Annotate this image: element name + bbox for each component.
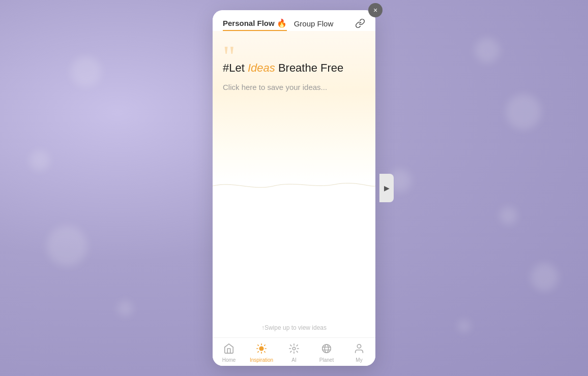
fire-emoji: 🔥 bbox=[277, 18, 287, 28]
svg-line-7 bbox=[258, 352, 258, 352]
tab-personal-flow[interactable]: Personal Flow 🔥 bbox=[223, 18, 287, 31]
svg-point-0 bbox=[259, 346, 263, 351]
white-section: ↑Swipe up to view ideas bbox=[213, 194, 375, 337]
nav-label-my: My bbox=[356, 357, 362, 363]
header: Personal Flow 🔥 Group Flow bbox=[213, 10, 375, 31]
nav-label-ai: AI bbox=[291, 357, 296, 363]
headline-prefix: #Let bbox=[223, 61, 248, 74]
close-button[interactable]: × bbox=[368, 3, 383, 17]
bokeh-1 bbox=[71, 56, 101, 87]
close-icon: × bbox=[373, 6, 377, 14]
svg-line-6 bbox=[264, 352, 265, 352]
tab-group-label: Group Flow bbox=[294, 19, 334, 28]
my-icon bbox=[354, 343, 365, 356]
swipe-hint: ↑Swipe up to view ideas bbox=[261, 324, 327, 331]
svg-point-14 bbox=[357, 344, 361, 348]
nav-label-home: Home bbox=[222, 357, 236, 363]
modal-wrapper: × ▶ Personal Flow 🔥 Group Flow bbox=[213, 10, 375, 366]
nav-label-planet: Planet bbox=[319, 357, 334, 363]
svg-line-8 bbox=[264, 345, 265, 346]
bokeh-6 bbox=[506, 94, 541, 130]
bokeh-7 bbox=[499, 207, 517, 225]
nav-item-home[interactable]: Home bbox=[213, 342, 245, 364]
home-icon bbox=[223, 343, 234, 356]
svg-point-9 bbox=[292, 347, 296, 350]
bokeh-2 bbox=[30, 150, 50, 171]
svg-point-10 bbox=[322, 344, 331, 353]
headline-suffix: Breathe Free bbox=[275, 61, 344, 74]
headline: #Let Ideas Breathe Free bbox=[223, 61, 365, 75]
bokeh-9 bbox=[458, 320, 471, 332]
bokeh-8 bbox=[531, 263, 558, 291]
bokeh-3 bbox=[47, 226, 87, 266]
tab-personal-label: Personal Flow bbox=[223, 19, 275, 27]
modal: Personal Flow 🔥 Group Flow " #Let bbox=[213, 10, 375, 366]
link-icon[interactable] bbox=[355, 18, 365, 31]
nav-item-ai[interactable]: AI bbox=[278, 342, 310, 364]
tab-group-flow[interactable]: Group Flow bbox=[294, 19, 334, 30]
nav-item-inspiration[interactable]: Inspiration bbox=[245, 342, 278, 364]
nav-label-inspiration: Inspiration bbox=[250, 357, 273, 363]
svg-point-11 bbox=[325, 344, 328, 353]
planet-icon bbox=[321, 343, 332, 356]
tabs: Personal Flow 🔥 Group Flow bbox=[223, 18, 333, 31]
bokeh-5 bbox=[475, 38, 500, 63]
cta-text[interactable]: Click here to save your ideas... bbox=[223, 83, 365, 91]
svg-line-5 bbox=[258, 345, 258, 346]
bokeh-4 bbox=[117, 301, 133, 316]
content-area: " #Let Ideas Breathe Free Click here to … bbox=[213, 31, 375, 337]
nav-item-planet[interactable]: Planet bbox=[310, 342, 343, 364]
headline-highlight: Ideas bbox=[248, 61, 275, 74]
ai-icon bbox=[288, 343, 300, 356]
next-arrow-icon: ▶ bbox=[384, 184, 390, 192]
inspiration-icon bbox=[256, 343, 267, 356]
nav-item-my[interactable]: My bbox=[343, 342, 375, 364]
gradient-section[interactable]: " #Let Ideas Breathe Free Click here to … bbox=[213, 31, 375, 183]
wave-divider bbox=[213, 178, 375, 194]
next-button[interactable]: ▶ bbox=[379, 174, 394, 202]
bottom-nav: Home Inspiration bbox=[213, 337, 375, 366]
